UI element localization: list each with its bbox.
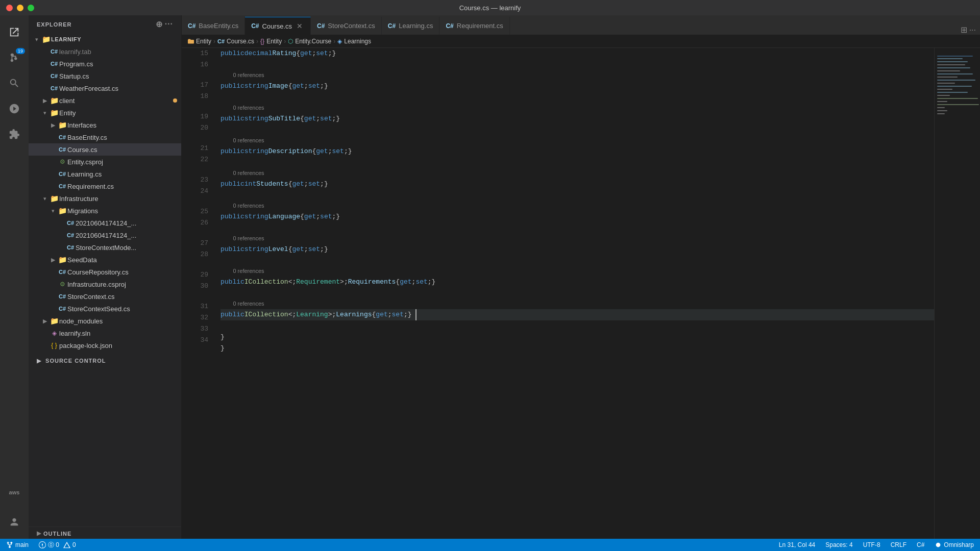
split-editor-icon[interactable]: ⊞	[961, 25, 967, 35]
eol-status[interactable]: CRLF	[889, 541, 909, 548]
tree-item-migrations[interactable]: ▾ 📁 Migrations	[29, 205, 181, 217]
breadcrumb-class[interactable]: ⬡ Entity.Course	[288, 38, 331, 45]
tree-item-program-cs[interactable]: C# Program.cs	[29, 58, 181, 70]
status-bar-left: main ⓪ 0 0	[4, 541, 78, 549]
tab-course[interactable]: C# Course.cs ✕	[245, 17, 311, 35]
tree-item-client[interactable]: ▶ 📁 client	[29, 94, 181, 107]
file-label: StoreContext.cs	[67, 293, 177, 300]
tree-item-entity-csproj[interactable]: ⚙ Entity.csproj	[29, 156, 181, 168]
tab-label: Learning.cs	[399, 22, 433, 30]
outline-section[interactable]: ▶ OUTLINE	[29, 527, 181, 539]
tree-item-interfaces[interactable]: ▶ 📁 Interfaces	[29, 119, 181, 131]
warnings-count: 0	[72, 541, 76, 548]
tree-item-weatherforecast-cs[interactable]: C# WeatherForecast.cs	[29, 82, 181, 94]
svg-rect-8	[937, 80, 975, 81]
tree-item-learning-cs[interactable]: C# Learning.cs	[29, 168, 181, 180]
breadcrumb-namespace[interactable]: {} Entity	[260, 38, 282, 45]
indentation-status[interactable]: Spaces: 4	[823, 541, 854, 548]
svg-rect-15	[937, 101, 947, 102]
file-label: 20210604174124_...	[76, 232, 177, 239]
tree-item-courserepository-cs[interactable]: C# CourseRepository.cs	[29, 266, 181, 278]
tree-item-course-cs[interactable]: C# Course.cs	[29, 143, 181, 156]
tree-item-baseentity-cs[interactable]: C# BaseEntity.cs	[29, 131, 181, 143]
tree-item-storecontextmode[interactable]: C# StoreContextMode...	[29, 241, 181, 254]
errors-warnings-status[interactable]: ⓪ 0 0	[37, 541, 78, 549]
tab-label: Course.cs	[262, 22, 292, 30]
file-label: CourseRepository.cs	[67, 268, 177, 276]
close-button[interactable]	[6, 5, 13, 11]
tree-item-learnify[interactable]: ▾ 📁 LEARNIFY	[29, 33, 181, 45]
cs-icon: C#	[57, 134, 67, 140]
breadcrumb-course-cs[interactable]: C# Course.cs	[217, 38, 254, 45]
folder-icon: 📁	[57, 121, 67, 129]
tree-item-startup-cs[interactable]: C# Startup.cs	[29, 70, 181, 82]
line-number-27: 27	[190, 229, 208, 249]
language-status[interactable]: C#	[915, 541, 926, 548]
json-icon: { }	[49, 342, 59, 349]
tree-item-node-modules[interactable]: ▶ 📁 node_modules	[29, 315, 181, 327]
activity-source-control[interactable]: 19	[2, 45, 27, 70]
code-line-19: 0 references public string SubTitle { ge…	[220, 103, 934, 124]
tab-cs-icon: C#	[446, 22, 453, 30]
activity-extensions[interactable]	[2, 121, 27, 147]
line-number-23: 23	[190, 165, 208, 186]
source-control-label: SOURCE CONTROL	[45, 358, 106, 364]
tree-item-package-lock-json[interactable]: { } package-lock.json	[29, 339, 181, 352]
sidebar-header-actions[interactable]: ⊕ ···	[156, 19, 173, 29]
tree-item-migration-2[interactable]: C# 20210604174124_...	[29, 229, 181, 241]
code-line-17: 0 references public string Image { get; …	[220, 70, 934, 92]
git-branch-status[interactable]: main	[4, 541, 31, 548]
code-line-23: 0 references public int Students { get; …	[220, 168, 934, 190]
activity-search[interactable]	[2, 70, 27, 96]
encoding-status[interactable]: UTF-8	[861, 541, 883, 548]
tree-item-learnify-tab[interactable]: C# learnify.tab	[29, 45, 181, 58]
line-number-20: 20	[190, 122, 208, 134]
tree-item-requirement-cs[interactable]: C# Requirement.cs	[29, 180, 181, 192]
breadcrumb-entity-folder[interactable]: Entity	[188, 38, 211, 45]
svg-rect-16	[937, 104, 979, 105]
sln-icon: ◈	[49, 330, 59, 337]
tabs-bar: C# BaseEntity.cs C# Course.cs ✕ C# Store…	[182, 15, 980, 35]
tabs-actions[interactable]: ⊞ ···	[957, 25, 980, 35]
svg-point-20	[936, 543, 941, 547]
activity-explorer[interactable]	[2, 19, 27, 45]
tab-learning[interactable]: C# Learning.cs	[382, 17, 440, 35]
tab-close-button[interactable]: ✕	[295, 21, 304, 31]
minimize-button[interactable]	[17, 5, 23, 11]
svg-rect-0	[937, 56, 973, 57]
tree-item-storecontextseed-cs[interactable]: C# StoreContextSeed.cs	[29, 303, 181, 315]
file-label: Entity.csproj	[67, 158, 177, 166]
cursor-position[interactable]: Ln 31, Col 44	[777, 541, 817, 548]
window-title: Course.cs — learnify	[459, 4, 521, 12]
svg-rect-5	[937, 70, 960, 71]
activity-account[interactable]	[2, 509, 27, 535]
tree-item-entity-folder[interactable]: ▾ 📁 Entity	[29, 107, 181, 119]
tab-storecontext[interactable]: C# StoreContext.cs	[311, 17, 382, 35]
tree-item-migration-1[interactable]: C# 20210604174124_...	[29, 217, 181, 229]
activity-run[interactable]	[2, 96, 27, 121]
new-file-icon[interactable]: ⊕	[156, 19, 163, 29]
tree-item-infrastructure-csproj[interactable]: ⚙ Infrastructure.csproj	[29, 278, 181, 290]
folder-icon: 📁	[57, 256, 67, 264]
tab-requirement[interactable]: C# Requirement.cs	[439, 17, 509, 35]
tree-item-seeddata[interactable]: ▶ 📁 SeedData	[29, 254, 181, 266]
tree-item-storecontext-cs[interactable]: C# StoreContext.cs	[29, 290, 181, 303]
tree-item-infrastructure[interactable]: ▾ 📁 Infrastructure	[29, 192, 181, 205]
line-number-15: 15	[190, 48, 208, 59]
more-actions-icon[interactable]: ···	[969, 26, 976, 35]
source-control-section[interactable]: ▶ SOURCE CONTROL	[29, 356, 181, 366]
activity-remote[interactable]: aws	[2, 480, 27, 505]
code-editor[interactable]: public decimal Rating { get; set; } 0 re…	[212, 48, 934, 539]
svg-rect-11	[937, 89, 952, 90]
code-hint-23: 0 references	[220, 168, 934, 178]
collapse-arrow: ▶	[41, 318, 49, 324]
window-controls[interactable]	[6, 5, 34, 11]
activity-bar: 19 aws	[0, 15, 29, 539]
omnisharp-status[interactable]: Omnisharp	[933, 541, 976, 548]
tab-baseentity[interactable]: C# BaseEntity.cs	[182, 17, 245, 35]
maximize-button[interactable]	[28, 5, 34, 11]
tree-item-learnify-sln[interactable]: ◈ learnify.sln	[29, 327, 181, 339]
more-options-icon[interactable]: ···	[165, 19, 173, 29]
sidebar-title: EXPLORER	[37, 21, 72, 28]
modified-dot	[173, 98, 177, 103]
